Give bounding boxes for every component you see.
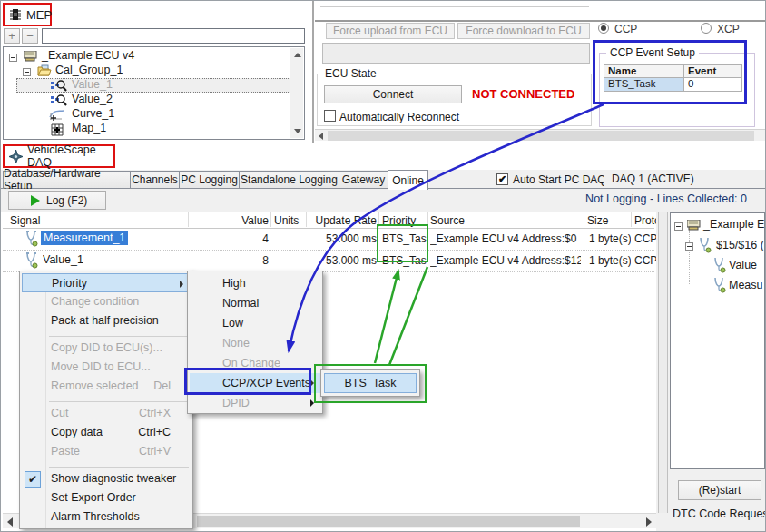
signal-source: _Example ECU v4 Address:$0 [430,232,581,245]
tree-item-example-ecu[interactable]: _Example EC [703,218,765,231]
menu-item-priority[interactable]: Priority [22,273,191,292]
scroll-down-icon[interactable] [294,129,301,133]
tree-item-example-ecu[interactable]: _Example ECU v4 [42,49,134,62]
collapse-icon[interactable] [674,222,683,231]
submenu-item-ccp-xcp-events[interactable]: CCP/XCP Events [190,373,320,393]
xcp-radio-label: XCP [717,23,740,35]
auto-reconnect-label: Automatically Reconnect [339,111,459,123]
filter-input[interactable] [42,28,305,44]
signal-size: 1 byte(s) [589,254,631,267]
collapse-icon[interactable] [9,54,17,62]
tree-item-value1[interactable]: Value_1 [72,78,113,91]
top-splitter[interactable] [312,1,314,143]
signal-name[interactable]: Value_1 [43,253,83,266]
add-button[interactable]: + [4,28,20,44]
menu-item-alarm-thresholds[interactable]: Alarm Thresholds [22,507,191,527]
tab-pc-logging[interactable]: PC Logging [179,171,240,189]
col-protocol[interactable]: Protocol [634,214,656,227]
connect-button[interactable]: Connect [324,85,462,103]
event-col-event[interactable]: Event [684,65,741,78]
menu-item-move-did[interactable]: Move DID to ECU... [22,358,191,377]
force-upload-button[interactable]: Force upload from ECU [326,23,455,39]
event-row-value[interactable]: 0 [684,78,741,91]
col-update-rate[interactable]: Update Rate [309,214,377,227]
menu-item-remove-selected[interactable]: Remove selectedDel [22,377,191,396]
col-signal[interactable]: Signal [10,214,40,227]
signal-priority: BTS_Task [382,232,427,245]
menu-item-copy-did[interactable]: Copy DID to ECU(s)... [22,339,191,358]
scroll-thumb[interactable] [328,131,754,141]
menu-item-show-diagnostic-tweaker[interactable]: Show diagnostic tweaker [22,469,191,488]
submenu-item-on-change[interactable]: On Change [190,353,320,373]
scroll-thumb[interactable] [197,516,580,527]
force-download-button[interactable]: Force download to ECU [457,23,590,39]
signal-icon [698,237,712,256]
panel-splitter[interactable] [658,212,668,513]
signal-icon [25,231,38,250]
tree-item-map1[interactable]: Map_1 [72,122,106,134]
remove-button[interactable]: − [22,28,38,44]
col-priority[interactable]: Priority [382,214,416,227]
menu-item-paste[interactable]: PasteCtrl+V [22,442,191,461]
scroll-left-icon[interactable] [319,133,323,140]
menu-item-set-export-order[interactable]: Set Export Order [22,488,191,507]
tab-channels[interactable]: Channels [130,171,180,189]
tree-item-curve1[interactable]: Curve_1 [72,107,114,120]
daq-status-segment: DAQ 1 (ACTIVE) [604,171,766,188]
tab-standalone-logging[interactable]: Standalone Logging [239,171,339,189]
folder-open-icon [37,64,52,79]
value-icon [51,80,67,94]
ecu-panel-hscrollbar[interactable] [315,129,765,141]
ecu-icon [24,51,37,64]
tree-item-value[interactable]: Value [729,259,757,271]
submenu-arrow-icon [310,379,314,387]
xcp-radio[interactable] [701,23,712,34]
signal-name[interactable]: Measurement_1 [41,231,128,245]
popup-item-bts-task[interactable]: BTS_Task [324,373,417,393]
ccp-radio[interactable] [598,23,609,34]
auto-start-checkbox[interactable]: ✔ [496,173,508,185]
submenu-item-dpid[interactable]: DPID [190,393,320,413]
col-source[interactable]: Source [430,214,465,227]
scroll-left-icon[interactable] [7,517,13,527]
tree-scrollbar[interactable] [290,48,303,138]
divider [315,20,765,22]
submenu-item-normal[interactable]: Normal [190,293,320,313]
menu-item-pack-half-precision[interactable]: Pack at half precision [22,311,191,330]
signal-icon [25,252,38,271]
submenu-item-low[interactable]: Low [190,313,320,333]
submenu-item-none[interactable]: None [190,333,320,353]
transfer-progress-bar [322,43,590,64]
tab-database-hardware-setup[interactable]: Database/Hardware Setup [3,171,131,189]
scroll-up-icon[interactable] [294,53,301,57]
collapse-icon[interactable] [685,242,693,251]
menu-item-cut[interactable]: CutCtrl+X [22,404,191,423]
log-button[interactable]: Log (F2) [8,191,106,210]
submenu-arrow-icon [310,399,314,407]
tree-item-measurement[interactable]: Measu [729,279,763,291]
menu-item-change-condition[interactable]: Change condition [22,292,191,311]
menu-item-copy-data[interactable]: Copy dataCtrl+C [22,423,191,442]
auto-reconnect-checkbox[interactable] [324,110,336,122]
tab-online[interactable]: Online [388,170,428,190]
context-menu: Priority Change condition Pack at half p… [19,271,193,529]
tree-item-cal-group[interactable]: Cal_Group_1 [55,64,123,76]
restart-button[interactable]: (Re)start [678,480,761,500]
scroll-right-icon[interactable] [646,517,652,527]
divider [320,6,589,7]
collapse-icon[interactable] [23,68,31,76]
submenu-item-high[interactable]: High [190,273,320,293]
tree-item-daq-list[interactable]: $15/$16 ( [716,239,764,251]
ecu-state-label: ECU State [321,67,380,80]
signal-protocol: CCP [634,232,656,245]
tab-gateway[interactable]: Gateway [339,171,388,189]
col-value[interactable]: Value [192,214,269,227]
tree-item-value2[interactable]: Value_2 [72,93,113,105]
event-row-name[interactable]: BTS_Task [604,78,684,91]
ccp-radio-label: CCP [614,23,637,35]
event-table: Name Event BTS_Task 0 [604,64,742,92]
event-col-name[interactable]: Name [604,65,684,78]
signal-value: 8 [192,254,269,267]
col-units[interactable]: Units [274,214,299,227]
col-size[interactable]: Size [587,214,608,227]
